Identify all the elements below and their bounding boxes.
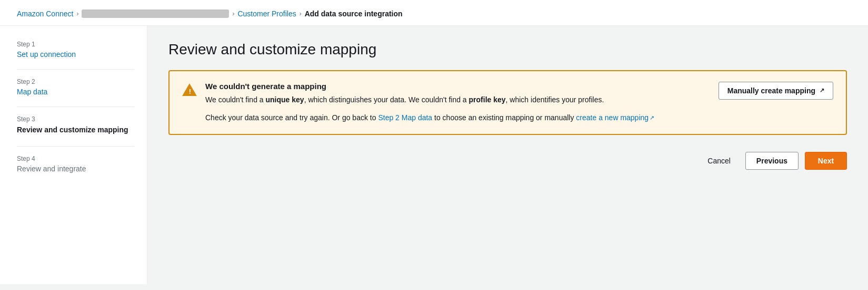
next-button[interactable]: Next <box>805 152 847 170</box>
warning-box: ! We couldn't generate a mapping We coul… <box>168 70 847 136</box>
sidebar-step-1-name[interactable]: Set up connection <box>17 50 76 59</box>
breadcrumb-current-page: Add data source integration <box>305 9 403 18</box>
sidebar-divider-3 <box>17 146 134 147</box>
sidebar: Step 1 Set up connection Step 2 Map data… <box>0 26 147 284</box>
sidebar-step-3-label: Step 3 <box>17 115 134 123</box>
sidebar-divider-1 <box>17 69 134 70</box>
sidebar-divider-2 <box>17 107 134 107</box>
sidebar-step-2-label: Step 2 <box>17 78 134 85</box>
breadcrumb-sep-3: › <box>300 10 302 17</box>
breadcrumb-redacted <box>82 9 229 18</box>
sidebar-step-4-name: Review and integrate <box>17 165 86 173</box>
sidebar-step-1: Step 1 Set up connection <box>17 41 134 59</box>
sidebar-step-2-name[interactable]: Map data <box>17 88 47 96</box>
warning-body-suffix: , which identifies your profiles. <box>506 95 604 104</box>
sidebar-step-1-label: Step 1 <box>17 41 134 48</box>
warning-footer: Check your data source and try again. Or… <box>205 112 833 123</box>
sidebar-step-4-label: Step 4 <box>17 155 134 162</box>
breadcrumb-sep-1: › <box>76 10 78 17</box>
breadcrumb-customer-profiles[interactable]: Customer Profiles <box>237 9 296 18</box>
sidebar-step-2: Step 2 Map data <box>17 78 134 96</box>
sidebar-step-4: Step 4 Review and integrate <box>17 155 134 173</box>
external-link-icon: ↗ <box>650 113 654 123</box>
manually-create-mapping-button[interactable]: Manually create mapping ↗ <box>719 82 833 100</box>
breadcrumb-amazon-connect[interactable]: Amazon Connect <box>17 9 73 18</box>
manually-btn-label: Manually create mapping <box>727 86 815 95</box>
warning-icon: ! <box>182 83 197 98</box>
breadcrumb-sep-2: › <box>232 10 234 17</box>
previous-button[interactable]: Previous <box>745 152 799 170</box>
warning-profile-key: profile key <box>469 95 506 104</box>
warning-body-mid: , which distinguishes your data. We coul… <box>304 95 469 104</box>
warning-footer-prefix: Check your data source and try again. Or… <box>205 113 378 122</box>
warning-footer-mid: to choose an existing mapping or manuall… <box>432 113 576 122</box>
manually-btn-external-icon: ↗ <box>820 87 824 94</box>
footer-actions: Cancel Previous Next <box>168 152 847 170</box>
svg-text:!: ! <box>189 88 191 95</box>
sidebar-step-3-name: Review and customize mapping <box>17 125 128 134</box>
content-area: Review and customize mapping ! We couldn… <box>147 26 868 284</box>
warning-step2-link[interactable]: Step 2 Map data <box>378 113 432 122</box>
page-title: Review and customize mapping <box>168 41 847 59</box>
sidebar-step-3: Step 3 Review and customize mapping <box>17 115 134 136</box>
warning-body-prefix: We couldn't find a <box>205 95 265 104</box>
warning-create-mapping-link[interactable]: create a new mapping↗ <box>576 113 654 122</box>
main-layout: Step 1 Set up connection Step 2 Map data… <box>0 26 868 284</box>
warning-unique-key: unique key <box>265 95 304 104</box>
cancel-button[interactable]: Cancel <box>699 152 739 169</box>
breadcrumb: Amazon Connect › › Customer Profiles › A… <box>0 0 868 26</box>
